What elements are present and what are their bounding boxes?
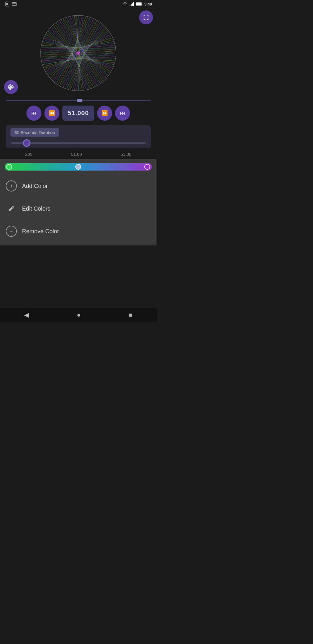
- gradient-thumb-right[interactable]: [144, 164, 150, 170]
- svg-line-89: [55, 24, 73, 52]
- param-2: 51.00: [71, 152, 82, 157]
- remove-color-label: Remove Color: [22, 228, 59, 235]
- svg-rect-5: [131, 4, 132, 6]
- progress-area: [0, 98, 156, 103]
- add-color-item[interactable]: + Add Color: [0, 175, 156, 197]
- skip-back-button[interactable]: ⏮: [26, 106, 41, 121]
- svg-line-71: [41, 53, 73, 55]
- status-bar: 5:40: [0, 0, 156, 8]
- fullscreen-button[interactable]: [139, 10, 153, 24]
- time-display: 51.000: [62, 106, 94, 121]
- nav-home-button[interactable]: ●: [74, 309, 83, 321]
- viz-area: // We'll use SVG lines generated to look…: [0, 8, 156, 98]
- skip-forward-button[interactable]: ⏭: [115, 106, 130, 121]
- svg-rect-6: [132, 3, 133, 6]
- param-3: 51.00: [121, 152, 132, 157]
- duration-thumb[interactable]: [23, 139, 30, 147]
- svg-rect-1: [6, 3, 8, 5]
- param-1: 200: [25, 152, 32, 157]
- palette-icon: [8, 84, 14, 91]
- remove-color-icon: −: [6, 226, 17, 237]
- svg-line-29: [84, 55, 102, 82]
- fullscreen-icon: [143, 14, 149, 21]
- svg-rect-4: [130, 5, 130, 6]
- color-gradient-bar[interactable]: [5, 163, 152, 171]
- svg-rect-9: [141, 3, 142, 5]
- svg-rect-10: [136, 3, 141, 5]
- nav-recent-button[interactable]: ■: [126, 309, 135, 321]
- svg-point-192: [77, 51, 80, 55]
- fast-forward-button[interactable]: ⏩: [97, 106, 112, 121]
- gradient-thumb-mid[interactable]: [75, 164, 81, 170]
- duration-label: 30 Seconds Duration: [10, 128, 59, 137]
- progress-thumb[interactable]: [77, 99, 82, 102]
- gradient-thumb-left[interactable]: [6, 164, 12, 170]
- sim-icon: [5, 1, 10, 7]
- duration-panel: 30 Seconds Duration: [6, 125, 151, 148]
- status-left: [5, 1, 17, 7]
- rewind-button[interactable]: ⏪: [44, 106, 59, 121]
- param-labels: 200 51.00 51.00: [0, 150, 156, 159]
- battery-icon: [136, 2, 143, 6]
- edit-colors-item[interactable]: Edit Colors: [0, 197, 156, 220]
- spiral-visualization: // We'll use SVG lines generated to look…: [38, 12, 119, 94]
- progress-track[interactable]: [6, 100, 151, 101]
- svg-rect-7: [133, 2, 134, 6]
- add-color-label: Add Color: [22, 183, 48, 189]
- status-right: 5:40: [122, 2, 152, 6]
- add-color-icon: +: [6, 180, 17, 191]
- palette-button[interactable]: [4, 80, 18, 94]
- edit-colors-label: Edit Colors: [22, 205, 50, 212]
- edit-colors-icon: [6, 203, 17, 214]
- signal-icon: [129, 2, 134, 6]
- svg-line-131: [84, 51, 115, 53]
- wifi-icon: [122, 2, 128, 6]
- status-time: 5:40: [144, 2, 152, 6]
- svg-rect-2: [12, 3, 17, 6]
- nav-bar: ◀ ● ■: [0, 308, 156, 322]
- nav-back-button[interactable]: ◀: [22, 309, 31, 321]
- color-panel: [0, 159, 156, 175]
- playback-controls: ⏮ ⏪ 51.000 ⏩ ⏭: [0, 103, 156, 124]
- menu-items: + Add Color Edit Colors − Remove Color: [0, 175, 156, 245]
- duration-track[interactable]: [10, 142, 146, 144]
- card-icon: [12, 1, 17, 7]
- remove-color-item[interactable]: − Remove Color: [0, 220, 156, 243]
